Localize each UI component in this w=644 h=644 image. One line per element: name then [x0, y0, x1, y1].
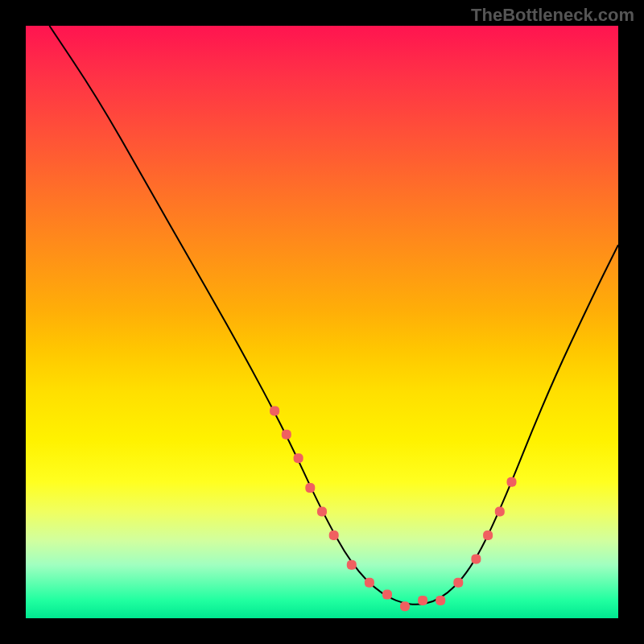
chart-plot-area: [26, 26, 618, 618]
data-point-dot: [471, 554, 481, 564]
data-point-dot: [436, 596, 445, 605]
data-point-dot: [270, 406, 279, 415]
data-point-dot: [305, 483, 315, 493]
data-point-dot: [347, 560, 357, 570]
data-point-dot: [317, 507, 327, 517]
data-point-dot: [400, 601, 410, 611]
annotation-dots: [270, 406, 516, 611]
data-point-dot: [329, 530, 339, 540]
data-point-dot: [382, 590, 392, 600]
data-point-dot: [294, 453, 303, 463]
curve-path: [49, 26, 618, 605]
data-point-dot: [418, 596, 427, 605]
chart-svg: [26, 26, 618, 618]
data-point-dot: [365, 578, 374, 588]
data-point-dot: [483, 530, 493, 540]
watermark-text: TheBottleneck.com: [471, 5, 634, 26]
data-point-dot: [453, 578, 463, 588]
data-point-dot: [507, 477, 517, 487]
data-point-dot: [282, 430, 291, 440]
data-point-dot: [495, 507, 505, 517]
